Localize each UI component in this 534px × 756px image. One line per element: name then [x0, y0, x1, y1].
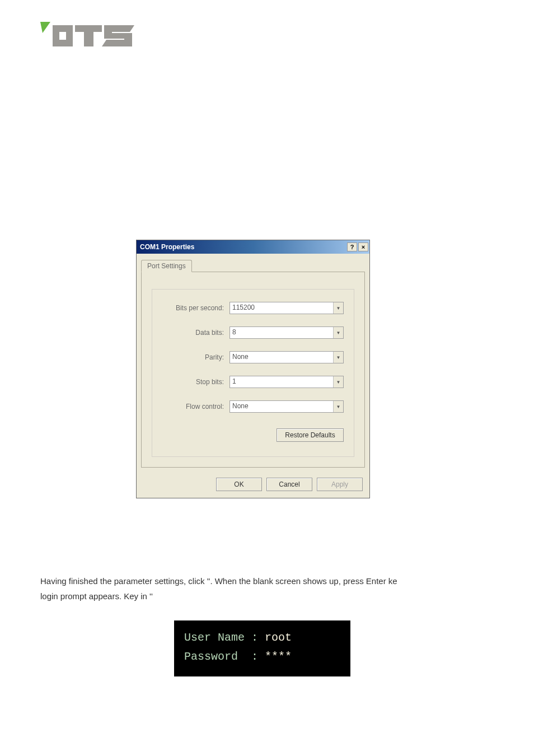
com1-properties-dialog: COM1 Properties ? × Port Settings Bits p… [136, 240, 370, 498]
close-button[interactable]: × [358, 242, 368, 251]
terminal-screenshot: User Name : root Password : **** [174, 620, 350, 676]
data-bits-label: Data bits: [162, 329, 224, 337]
cancel-button[interactable]: Cancel [266, 478, 312, 491]
ots-logo [40, 20, 138, 53]
titlebar: COM1 Properties ? × [137, 240, 369, 254]
bits-per-second-label: Bits per second: [162, 304, 224, 312]
chevron-down-icon: ▼ [333, 302, 343, 314]
stop-bits-value: 1 [230, 376, 333, 388]
data-bits-value: 8 [230, 327, 333, 338]
text-fragment: login prompt appears. Key in ' [40, 591, 151, 601]
parity-value: None [230, 352, 333, 363]
parity-select[interactable]: None ▼ [229, 351, 344, 363]
dialog-button-row: OK Cancel Apply [137, 472, 369, 498]
settings-fieldset: Bits per second: 115200 ▼ Data bits: 8 ▼… [152, 289, 354, 457]
username-label: User Name : [184, 631, 265, 644]
password-label: Password : [184, 650, 265, 663]
bits-per-second-select[interactable]: 115200 ▼ [229, 302, 344, 314]
chevron-down-icon: ▼ [333, 352, 343, 363]
text-fragment: ' [151, 591, 153, 601]
tab-strip: Port Settings [141, 259, 365, 272]
dialog-title: COM1 Properties [140, 243, 194, 251]
terminal-line: User Name : root [184, 628, 340, 647]
instruction-text: Having finished the parameter settings, … [40, 573, 494, 604]
help-button[interactable]: ? [347, 242, 357, 251]
text-fragment: '. When the blank screen shows up, press… [209, 576, 397, 586]
chevron-down-icon: ▼ [333, 376, 343, 388]
flow-control-select[interactable]: None ▼ [229, 400, 344, 413]
text-fragment: Having finished the parameter settings, … [40, 576, 209, 586]
restore-defaults-button[interactable]: Restore Defaults [277, 428, 344, 442]
flow-control-label: Flow control: [162, 403, 224, 410]
chevron-down-icon: ▼ [333, 327, 343, 338]
parity-label: Parity: [162, 353, 224, 361]
apply-button[interactable]: Apply [317, 478, 363, 491]
stop-bits-select[interactable]: 1 ▼ [229, 376, 344, 388]
flow-control-value: None [230, 401, 333, 412]
username-value: root [265, 631, 292, 644]
password-value: **** [265, 650, 292, 663]
stop-bits-label: Stop bits: [162, 378, 224, 386]
tab-port-settings[interactable]: Port Settings [141, 260, 192, 272]
data-bits-select[interactable]: 8 ▼ [229, 326, 344, 339]
ok-button[interactable]: OK [216, 478, 262, 491]
terminal-line: Password : **** [184, 647, 340, 666]
chevron-down-icon: ▼ [333, 401, 343, 412]
tab-panel: Bits per second: 115200 ▼ Data bits: 8 ▼… [141, 272, 365, 468]
bits-per-second-value: 115200 [230, 302, 333, 314]
